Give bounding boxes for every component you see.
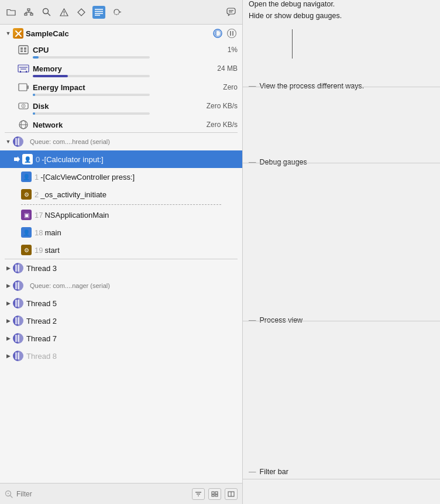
thread2-icon [13, 316, 23, 326]
diamond-icon[interactable] [75, 6, 88, 19]
filter-btn-1[interactable] [192, 488, 205, 500]
thread1-row[interactable]: Thread 1 Queue: com....hread (serial) [0, 133, 242, 150]
svg-point-43 [8, 493, 9, 494]
thread1-disclosure[interactable] [5, 138, 12, 145]
frame-17-row[interactable]: ▣ 17NSApplicationMain [0, 206, 242, 224]
annotation-debug-gauges: — Debug gauges [249, 158, 307, 166]
frame-19-icon: ⚙ [21, 245, 32, 255]
filter-bar [0, 483, 242, 504]
tooltip-debug-nav: Open the debug navigator. [249, 0, 335, 8]
dotted-divider [21, 204, 221, 205]
thread4-icon [13, 280, 23, 291]
tooltip-arrow-line [292, 29, 293, 59]
process-run-icon[interactable] [212, 28, 224, 39]
process-pause-icon[interactable] [226, 28, 238, 39]
svg-rect-34 [19, 84, 27, 91]
thread2-disclosure[interactable] [5, 317, 12, 324]
thread8-disclosure[interactable] [5, 352, 12, 359]
energy-icon [18, 82, 29, 92]
hierarchy-icon[interactable] [22, 6, 35, 19]
svg-point-10 [63, 14, 64, 15]
thread8-icon [13, 351, 23, 361]
svg-rect-16 [227, 8, 235, 14]
thread5-icon [13, 298, 23, 308]
thread8-row[interactable]: Thread 8 [0, 347, 242, 365]
thread3-disclosure[interactable] [5, 265, 12, 272]
thread7-label: Thread 7 [26, 334, 238, 343]
frame-0-label: 0-[Calculator input:] [36, 155, 238, 164]
thread4-disclosure[interactable] [5, 282, 12, 289]
svg-rect-29 [18, 65, 29, 72]
annotation-filter-bar: — Filter bar [249, 468, 288, 476]
process-row[interactable]: SampleCalc PID 3533 [0, 25, 242, 42]
process-name: SampleCalc [26, 29, 209, 38]
energy-gauge-row[interactable]: Energy Impact Zero [0, 80, 242, 98]
energy-value: Zero [223, 83, 238, 91]
folder-icon[interactable] [5, 6, 18, 19]
frame-1-label: 1-[CalcViewController press:] [35, 173, 238, 181]
thread8-label: Thread 8 [26, 352, 238, 361]
app-icon-calc [13, 28, 23, 39]
svg-rect-49 [215, 492, 218, 494]
process-disclosure[interactable] [5, 30, 12, 37]
svg-rect-33 [26, 71, 27, 73]
annotation-process-view: — Process view [249, 316, 302, 324]
list-icon[interactable] [92, 6, 105, 19]
thread3-label: Thread 3 [26, 264, 238, 273]
current-frame-arrow [14, 156, 20, 162]
thread1-queue: Queue: com....hread (serial) [30, 138, 110, 145]
frame-17-label: 17NSApplicationMain [35, 211, 238, 220]
disk-gauge-row[interactable]: Disk Zero KB/s [0, 98, 242, 117]
annotation-line-filter [243, 479, 440, 479]
frame-19-row[interactable]: ⚙ 19start [0, 241, 242, 259]
annotation-area: Open the debug navigator. Hide or show d… [243, 0, 440, 504]
frame-18-icon: 👤 [21, 227, 32, 238]
chat-icon[interactable] [225, 6, 238, 19]
filter-input[interactable] [16, 490, 188, 498]
thread7-icon [13, 333, 23, 344]
svg-rect-28 [24, 50, 26, 52]
thread7-disclosure[interactable] [5, 335, 12, 342]
cpu-value: 1% [228, 46, 238, 54]
memory-gauge-row[interactable]: Memory 24 MB [0, 61, 242, 80]
svg-rect-50 [212, 495, 214, 496]
frame-18-label: 18main [35, 228, 238, 237]
thread5-row[interactable]: Thread 5 [0, 294, 242, 312]
memory-value: 24 MB [217, 64, 238, 73]
thread4-row[interactable]: Thread 4 Queue: com....nager (serial) [0, 277, 242, 294]
warning-icon[interactable] [57, 6, 70, 19]
annotation-line-process-view [243, 321, 440, 321]
frame-1-icon: 👤 [21, 172, 32, 182]
network-gauge-row[interactable]: Network Zero KB/s [0, 117, 242, 132]
search-icon[interactable] [40, 6, 53, 19]
thread5-disclosure[interactable] [5, 300, 12, 307]
annotation-line-process [243, 87, 440, 87]
navigator-panel: SampleCalc PID 3533 [0, 0, 243, 504]
frame-2-icon: ⚙ [21, 189, 32, 200]
thread2-row[interactable]: Thread 2 [0, 312, 242, 330]
frame-2-row[interactable]: ⚙ 2_os_activity_initiate [0, 186, 242, 203]
disk-value: Zero KB/s [207, 102, 238, 110]
svg-rect-0 [28, 9, 30, 11]
thread3-row[interactable]: Thread 3 [0, 259, 242, 277]
svg-rect-1 [25, 13, 27, 15]
frame-18-row[interactable]: 👤 18main [0, 224, 242, 241]
tooltip-hide-gauges: Hide or show debug gauges. [249, 12, 342, 20]
network-icon [18, 119, 29, 130]
memory-label: Memory [33, 64, 212, 73]
frame-0-icon: 👤 [22, 154, 33, 164]
svg-rect-2 [30, 13, 33, 15]
filter-btn-2[interactable] [208, 488, 221, 500]
target-icon[interactable] [110, 6, 123, 19]
thread7-row[interactable]: Thread 7 [0, 330, 242, 347]
svg-rect-48 [212, 492, 214, 494]
frame-0-row[interactable]: 👤 0-[Calculator input:] [0, 150, 242, 168]
cpu-gauge-row[interactable]: CPU 1% [0, 42, 242, 61]
thread3-icon [13, 263, 23, 273]
app-icon [13, 28, 23, 39]
frame-2-label: 2_os_activity_initiate [35, 190, 238, 199]
svg-rect-24 [19, 46, 28, 54]
filter-btn-3[interactable] [225, 488, 238, 500]
svg-line-8 [47, 13, 50, 16]
frame-1-row[interactable]: 👤 1-[CalcViewController press:] [0, 168, 242, 186]
